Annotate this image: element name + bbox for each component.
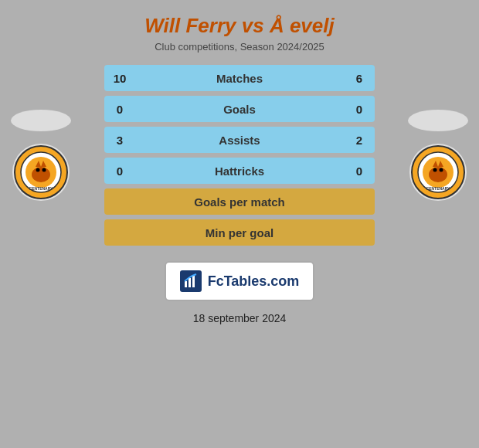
assists-right: 2 <box>344 134 375 147</box>
hattricks-left: 0 <box>104 165 135 178</box>
svg-point-7 <box>42 168 46 172</box>
stats-area: CENTENARY 10 Matches 6 0 Goals 0 3 Assis… <box>0 65 479 246</box>
matches-label: Matches <box>135 72 344 85</box>
min-per-goal-label: Min per goal <box>104 226 375 239</box>
competition-subtitle: Club competitions, Season 2024/2025 <box>144 41 334 53</box>
branding-logo-icon <box>180 270 202 292</box>
stats-table: 10 Matches 6 0 Goals 0 3 Assists 2 0 Hat… <box>104 65 375 246</box>
hattricks-label: Hattricks <box>135 165 344 178</box>
stat-row-goals-per-match: Goals per match <box>104 188 375 215</box>
right-club-badge: CENTENARY <box>409 144 467 201</box>
stat-row-matches: 10 Matches 6 <box>104 65 375 91</box>
svg-text:CENTENARY: CENTENARY <box>29 186 54 191</box>
right-side: CENTENARY <box>408 110 468 201</box>
left-side: CENTENARY <box>11 110 71 201</box>
match-title: Will Ferry vs Å evelj <box>144 14 334 38</box>
match-date: 18 september 2024 <box>193 312 287 324</box>
svg-point-3 <box>32 167 50 182</box>
stat-row-hattricks: 0 Hattricks 0 <box>104 158 375 184</box>
stat-row-goals: 0 Goals 0 <box>104 96 375 122</box>
goals-left: 0 <box>104 103 135 116</box>
title-section: Will Ferry vs Å evelj Club competitions,… <box>144 14 334 53</box>
branding-box: FcTables.com <box>165 261 315 301</box>
svg-point-6 <box>36 168 40 172</box>
stat-row-assists: 3 Assists 2 <box>104 127 375 153</box>
left-oval-top <box>11 110 71 131</box>
assists-left: 3 <box>104 134 135 147</box>
svg-point-12 <box>429 167 447 182</box>
goals-right: 0 <box>344 103 375 116</box>
branding-site-name: FcTables.com <box>208 273 300 290</box>
matches-right: 6 <box>344 72 375 85</box>
svg-point-15 <box>433 168 437 172</box>
stat-row-min-per-goal: Min per goal <box>104 219 375 246</box>
svg-rect-18 <box>185 281 187 287</box>
left-club-badge: CENTENARY <box>12 144 70 201</box>
svg-point-16 <box>440 168 443 172</box>
goals-per-match-label: Goals per match <box>104 195 375 209</box>
svg-rect-19 <box>189 278 191 287</box>
assists-label: Assists <box>135 134 344 147</box>
svg-text:CENTENARY: CENTENARY <box>426 186 451 191</box>
svg-rect-20 <box>192 276 195 287</box>
hattricks-right: 0 <box>344 165 375 178</box>
right-oval-top <box>408 110 468 131</box>
goals-label: Goals <box>135 103 344 116</box>
matches-left: 10 <box>104 72 135 85</box>
